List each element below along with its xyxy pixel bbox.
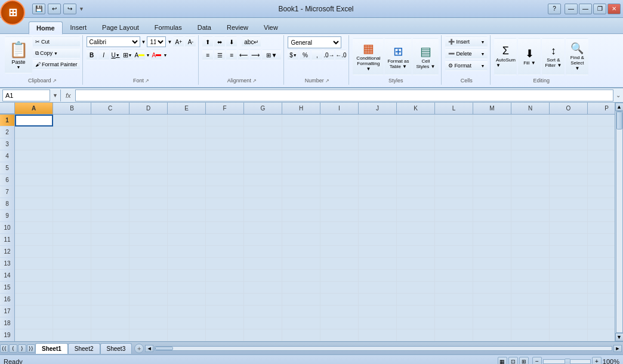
alignment-expand[interactable]: ↗ [252, 78, 257, 84]
align-left-button[interactable]: ≡ [202, 50, 213, 60]
col-header-M[interactable]: M [473, 103, 511, 114]
scroll-down-button[interactable]: ▼ [615, 333, 624, 341]
zoom-in-button[interactable]: + [592, 357, 602, 365]
fill-color-dropdown[interactable]: ▼ [146, 53, 150, 57]
cell-L9[interactable] [435, 210, 473, 222]
cell-G6[interactable] [244, 174, 282, 186]
cell-A12[interactable] [15, 246, 53, 258]
cell-B18[interactable] [53, 317, 91, 329]
zoom-slider[interactable] [543, 359, 591, 364]
cell-H19[interactable] [282, 329, 320, 341]
autosum-button[interactable]: Σ AutoSum ▼ [494, 38, 517, 75]
cell-E5[interactable] [168, 162, 206, 174]
cell-D6[interactable] [129, 174, 168, 186]
cell-P16[interactable] [588, 294, 615, 306]
cell-D19[interactable] [129, 329, 168, 341]
row-num-10[interactable]: 10 [0, 222, 14, 234]
cell-K12[interactable] [397, 246, 435, 258]
col-header-L[interactable]: L [435, 103, 473, 114]
cell-F7[interactable] [206, 186, 244, 198]
cell-F10[interactable] [206, 222, 244, 234]
cell-A10[interactable] [15, 222, 53, 234]
cell-I16[interactable] [320, 294, 359, 306]
paste-button[interactable]: 📋 Paste ▼ [5, 36, 32, 73]
cell-M16[interactable] [473, 294, 511, 306]
cell-G7[interactable] [244, 186, 282, 198]
shrink-font-button[interactable]: A- [185, 36, 196, 47]
tab-page-layout[interactable]: Page Layout [94, 20, 147, 33]
cell-N4[interactable] [511, 150, 550, 162]
customize-arrow[interactable]: ▼ [79, 6, 84, 12]
cell-C18[interactable] [91, 317, 129, 329]
increase-decimal-button[interactable]: .0→ [323, 50, 334, 60]
cell-P15[interactable] [588, 282, 615, 294]
cell-N10[interactable] [511, 222, 550, 234]
cell-A11[interactable] [15, 234, 53, 246]
restore-btn[interactable]: ❐ [593, 4, 606, 14]
cell-N12[interactable] [511, 246, 550, 258]
cell-N14[interactable] [511, 270, 550, 282]
cell-H14[interactable] [282, 270, 320, 282]
cell-F6[interactable] [206, 174, 244, 186]
cell-A15[interactable] [15, 282, 53, 294]
fill-button[interactable]: ⬇ Fill ▼ [518, 38, 541, 75]
cell-G3[interactable] [244, 138, 282, 150]
row-num-15[interactable]: 15 [0, 282, 14, 294]
italic-button[interactable]: I [98, 50, 109, 60]
cell-M7[interactable] [473, 186, 511, 198]
cell-M18[interactable] [473, 317, 511, 329]
align-right-button[interactable]: ≡ [226, 50, 237, 60]
cell-O3[interactable] [550, 138, 588, 150]
cell-E6[interactable] [168, 174, 206, 186]
row-num-18[interactable]: 18 [0, 317, 14, 329]
cell-F11[interactable] [206, 234, 244, 246]
cell-H17[interactable] [282, 306, 320, 317]
cell-N18[interactable] [511, 317, 550, 329]
merge-button[interactable]: ⊞▼ [262, 50, 281, 60]
format-painter-button[interactable]: 🖌 Format Painter [33, 59, 80, 70]
cell-F16[interactable] [206, 294, 244, 306]
row-num-17[interactable]: 17 [0, 306, 14, 317]
cell-O19[interactable] [550, 329, 588, 341]
cell-L14[interactable] [435, 270, 473, 282]
cell-E1[interactable] [168, 115, 206, 127]
col-header-D[interactable]: D [129, 103, 168, 114]
grow-font-button[interactable]: A+ [173, 36, 184, 47]
cell-A7[interactable] [15, 186, 53, 198]
cell-D17[interactable] [129, 306, 168, 317]
cell-C15[interactable] [91, 282, 129, 294]
cell-I1[interactable] [320, 115, 359, 127]
cell-I4[interactable] [320, 150, 359, 162]
cell-H9[interactable] [282, 210, 320, 222]
number-expand[interactable]: ↗ [325, 78, 329, 84]
cell-I2[interactable] [320, 127, 359, 138]
cell-A9[interactable] [15, 210, 53, 222]
decrease-decimal-button[interactable]: ←.0 [335, 50, 346, 60]
cell-B5[interactable] [53, 162, 91, 174]
cell-K19[interactable] [397, 329, 435, 341]
cell-C13[interactable] [91, 258, 129, 270]
cell-G14[interactable] [244, 270, 282, 282]
cell-K11[interactable] [397, 234, 435, 246]
cell-E17[interactable] [168, 306, 206, 317]
format-cells-button[interactable]: ⚙ Format ▼ [445, 60, 488, 71]
cell-K15[interactable] [397, 282, 435, 294]
cell-H10[interactable] [282, 222, 320, 234]
cell-M9[interactable] [473, 210, 511, 222]
cell-I7[interactable] [320, 186, 359, 198]
font-size-dropdown[interactable]: ▼ [167, 39, 172, 45]
font-color-button[interactable]: A [151, 50, 162, 60]
undo-quick-btn[interactable]: ↩ [48, 4, 61, 14]
cell-I13[interactable] [320, 258, 359, 270]
cell-L11[interactable] [435, 234, 473, 246]
tab-home[interactable]: Home [29, 21, 63, 35]
cell-J5[interactable] [359, 162, 397, 174]
cell-B3[interactable] [53, 138, 91, 150]
tab-view[interactable]: View [256, 20, 286, 33]
cell-A2[interactable] [15, 127, 53, 138]
font-color-dropdown[interactable]: ▼ [163, 53, 167, 57]
cell-O7[interactable] [550, 186, 588, 198]
sort-filter-button[interactable]: ↕ Sort &Filter ▼ [542, 38, 565, 75]
cell-O12[interactable] [550, 246, 588, 258]
row-num-6[interactable]: 6 [0, 174, 14, 186]
